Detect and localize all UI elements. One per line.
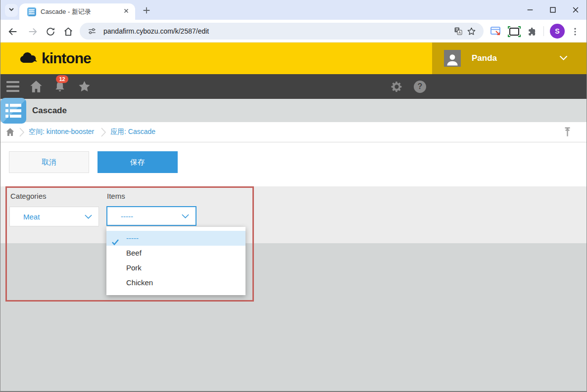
tab-title: Cascade - 新记录 (41, 7, 122, 16)
breadcrumb: 空间: kintone-booster 应用: Cascade (0, 122, 587, 142)
dropdown-option[interactable]: ----- (106, 231, 245, 246)
categories-select[interactable]: Meat (9, 207, 99, 226)
chevron-down-icon (85, 215, 92, 219)
menu-hamburger-icon[interactable] (6, 74, 19, 99)
dropdown-option[interactable]: Chicken (106, 275, 245, 290)
tab-search-button[interactable] (5, 4, 18, 17)
portal-home-icon[interactable] (29, 74, 43, 99)
app-icon[interactable] (0, 98, 26, 124)
forward-button[interactable] (26, 25, 39, 38)
kintone-favicon-icon (27, 7, 36, 16)
breadcrumb-app-link[interactable]: 应用: Cascade (110, 122, 155, 142)
back-button[interactable] (6, 25, 19, 38)
app-title: Cascade (32, 99, 67, 122)
breadcrumb-chevron-icon (19, 128, 25, 139)
chevron-down-icon (8, 6, 15, 15)
dropdown-option[interactable]: Beef (106, 246, 245, 261)
fullscreen-capture-icon[interactable] (508, 25, 521, 38)
profile-avatar[interactable]: S (550, 24, 565, 39)
screenshot-extension-icon[interactable] (489, 25, 502, 38)
kintone-logo[interactable]: kintone (19, 43, 91, 74)
tab-strip: Cascade - 新记录 (0, 0, 587, 20)
pin-icon[interactable] (564, 127, 571, 139)
profile-initial: S (555, 27, 559, 35)
breadcrumb-chevron-icon (101, 128, 106, 139)
global-navbar: 12 ? (0, 74, 587, 99)
user-menu[interactable]: Panda (432, 43, 587, 74)
user-avatar-icon (444, 50, 461, 67)
breadcrumb-space-link[interactable]: 空间: kintone-booster (29, 122, 94, 142)
window-maximize-button[interactable] (544, 2, 561, 17)
items-select[interactable]: ----- (106, 206, 196, 226)
kintone-cloud-icon (19, 51, 38, 66)
kintone-logo-text: kintone (42, 50, 91, 67)
items-dropdown-list: ----- Beef Pork Chicken (106, 227, 245, 295)
categories-select-value: Meat (23, 213, 85, 221)
app-header: Cascade (0, 99, 587, 122)
cancel-button[interactable]: 取消 (9, 151, 89, 173)
browser-window: Cascade - 新记录 pandafirm.cy (0, 0, 587, 392)
translate-icon[interactable] (452, 25, 465, 38)
user-menu-chevron-icon (559, 54, 568, 63)
items-select-value: ----- (121, 212, 182, 220)
kintone-header: kintone Panda (0, 43, 587, 74)
save-button[interactable]: 保存 (98, 151, 178, 173)
reload-button[interactable] (44, 25, 57, 38)
notification-count-badge: 12 (56, 75, 68, 83)
home-button[interactable] (62, 25, 75, 38)
address-bar[interactable]: pandafirm.cybozu.com/k/2587/edit (80, 23, 484, 40)
extensions-puzzle-icon[interactable] (526, 25, 539, 38)
breadcrumb-home-icon[interactable] (5, 128, 15, 138)
url-text[interactable]: pandafirm.cybozu.com/k/2587/edit (103, 27, 452, 35)
site-settings-icon[interactable] (86, 25, 98, 38)
browser-tab[interactable]: Cascade - 新记录 (19, 3, 135, 20)
dropdown-option[interactable]: Pork (106, 261, 245, 275)
window-minimize-button[interactable] (522, 2, 538, 17)
help-icon[interactable]: ? (414, 74, 426, 99)
browser-menu-icon[interactable] (569, 25, 582, 38)
new-tab-button[interactable] (141, 4, 152, 16)
toolbar-divider (543, 26, 544, 36)
window-close-button[interactable] (567, 2, 584, 17)
help-glyph: ? (414, 81, 426, 93)
favorites-star-icon[interactable] (77, 74, 92, 99)
user-name: Panda (472, 53, 559, 63)
chevron-down-icon (182, 214, 189, 218)
bookmark-star-icon[interactable] (465, 25, 478, 38)
tab-close-icon[interactable] (122, 7, 130, 17)
settings-gear-icon[interactable] (391, 74, 403, 99)
